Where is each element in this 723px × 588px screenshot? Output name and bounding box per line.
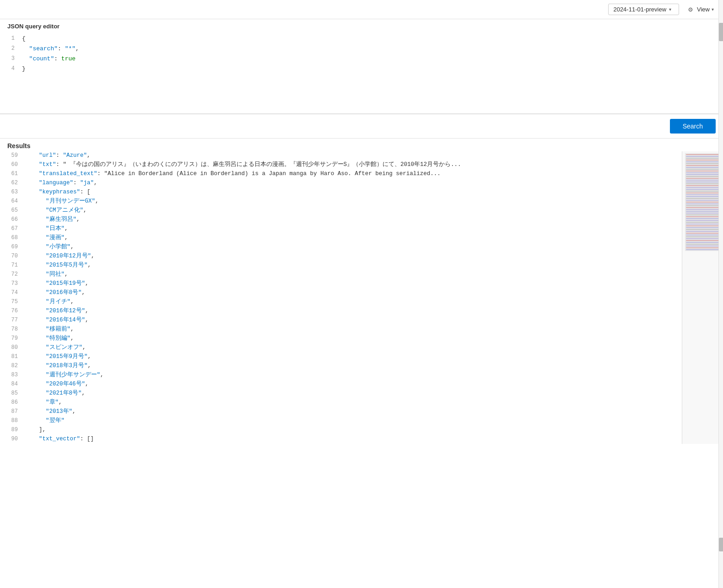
result-line-number: 81 [0, 353, 25, 361]
result-line: 66 "麻生羽呂", [0, 215, 682, 225]
result-line-content: "2016年14号", [25, 316, 682, 325]
thumb-line [686, 154, 720, 155]
result-line-number: 85 [0, 389, 25, 398]
result-line: 71 "2015年5月号", [0, 261, 682, 270]
result-line-content: "週刊少年サンデー", [25, 371, 682, 380]
results-code: 59 "url": "Azure",60 "txt": " 『今はの国のアリス』… [0, 151, 682, 444]
result-line-number: 63 [0, 188, 25, 197]
result-line-content: "language": "ja", [25, 179, 682, 187]
result-line-number: 70 [0, 252, 25, 261]
result-line-content: "txt": " 『今はの国のアリス』（いまわのくにのアリス）は、麻生羽呂による… [25, 160, 682, 169]
result-line-number: 86 [0, 398, 25, 407]
thumb-line [686, 196, 720, 197]
thumb-line [686, 233, 720, 234]
thumb-line [686, 218, 720, 219]
line-content-3: "count": true [22, 54, 723, 64]
result-line-content: "translated_text": "Alice in Borderland … [25, 170, 682, 178]
result-line: 72 "同社", [0, 270, 682, 279]
thumb-line [686, 242, 720, 243]
thumb-line [686, 183, 720, 184]
result-line-content: "2015年19号", [25, 279, 682, 288]
result-line: 87 "2013年", [0, 407, 682, 417]
result-line: 65 "CMアニメ化", [0, 206, 682, 215]
result-line-content: "2013年", [25, 407, 682, 416]
result-line-content: "特別編", [25, 334, 682, 343]
results-code-area: 59 "url": "Azure",60 "txt": " 『今はの国のアリス』… [0, 151, 682, 444]
line-content-4: } [22, 64, 723, 74]
scrollbar-thumb-top[interactable] [719, 23, 723, 41]
thumb-line [686, 224, 720, 225]
result-line: 69 "小学館", [0, 243, 682, 252]
result-line-number: 59 [0, 151, 25, 160]
result-line-number: 84 [0, 380, 25, 389]
result-line-number: 65 [0, 206, 25, 215]
result-line-number: 88 [0, 417, 25, 425]
result-line: 62 "language": "ja", [0, 179, 682, 188]
result-line: 79 "特別編", [0, 334, 682, 343]
thumb-line [686, 249, 720, 250]
view-chevron-icon: ▾ [712, 7, 714, 12]
thumb-line [686, 225, 720, 226]
search-button[interactable]: Search [670, 119, 716, 134]
thumb-line [686, 203, 720, 204]
right-scrollbar[interactable] [718, 0, 723, 444]
result-line-number: 61 [0, 170, 25, 178]
result-line-content: "同社", [25, 270, 682, 279]
code-editor[interactable]: 1 { 2 "search": "*", 3 "count": true 4 } [0, 32, 723, 114]
thumb-line [686, 165, 720, 166]
result-line: 74 "2016年8号", [0, 289, 682, 298]
result-line-content: "2016年12号", [25, 307, 682, 315]
thumb-line [686, 227, 720, 228]
result-line-number: 77 [0, 316, 25, 325]
thumb-line [686, 211, 720, 212]
thumb-line [686, 200, 720, 201]
thumb-line [686, 205, 720, 206]
view-icon [686, 5, 695, 14]
thumb-line [686, 202, 720, 203]
result-line-content: "日本", [25, 225, 682, 233]
thumb-line [686, 207, 720, 208]
result-line-number: 62 [0, 179, 25, 187]
thumb-line [686, 209, 720, 210]
result-line-content: "2018年3月号", [25, 362, 682, 370]
thumbnail-block-1 [685, 153, 721, 251]
thumb-line [686, 244, 720, 245]
result-line-number: 64 [0, 197, 25, 206]
result-line: 77 "2016年14号", [0, 316, 682, 325]
view-label: View [697, 6, 710, 13]
key-search: "search" [22, 45, 58, 52]
result-line: 82 "2018年3月号", [0, 362, 682, 371]
version-selector[interactable]: 2024-11-01-preview ▾ [608, 4, 679, 15]
thumb-line [686, 246, 720, 246]
view-button[interactable]: View ▾ [686, 5, 714, 14]
result-line: 61 "translated_text": "Alice in Borderla… [0, 170, 682, 179]
thumb-line [686, 156, 720, 157]
thumb-line [686, 222, 720, 223]
result-line-content: "章", [25, 398, 682, 407]
thumb-line [686, 192, 720, 193]
result-line-content: "2015年9月号", [25, 353, 682, 361]
thumb-line [686, 160, 720, 160]
line-content-2: "search": "*", [22, 44, 723, 54]
thumb-line [686, 187, 720, 188]
thumb-line [686, 231, 720, 232]
results-label: Results [0, 139, 723, 151]
result-line-number: 75 [0, 298, 25, 306]
thumb-line [686, 220, 720, 221]
result-line-number: 90 [0, 435, 25, 444]
editor-line-1: 1 { [0, 34, 723, 44]
results-section: Results 59 "url": "Azure",60 "txt": " 『今… [0, 139, 723, 444]
result-line-content: ], [25, 426, 682, 434]
result-line-number: 69 [0, 243, 25, 251]
result-line-number: 66 [0, 215, 25, 224]
key-count: "count" [22, 55, 54, 62]
result-line-content: "txt_vector": [] [25, 435, 682, 444]
result-line-content: "漫画", [25, 234, 682, 242]
result-line: 86 "章", [0, 398, 682, 407]
thumb-line [686, 161, 720, 162]
results-wrapper: 59 "url": "Azure",60 "txt": " 『今はの国のアリス』… [0, 151, 723, 444]
thumb-line [686, 189, 720, 190]
editor-label: JSON query editor [0, 19, 723, 32]
svg-point-1 [690, 9, 691, 10]
result-line: 60 "txt": " 『今はの国のアリス』（いまわのくにのアリス）は、麻生羽呂… [0, 160, 682, 170]
